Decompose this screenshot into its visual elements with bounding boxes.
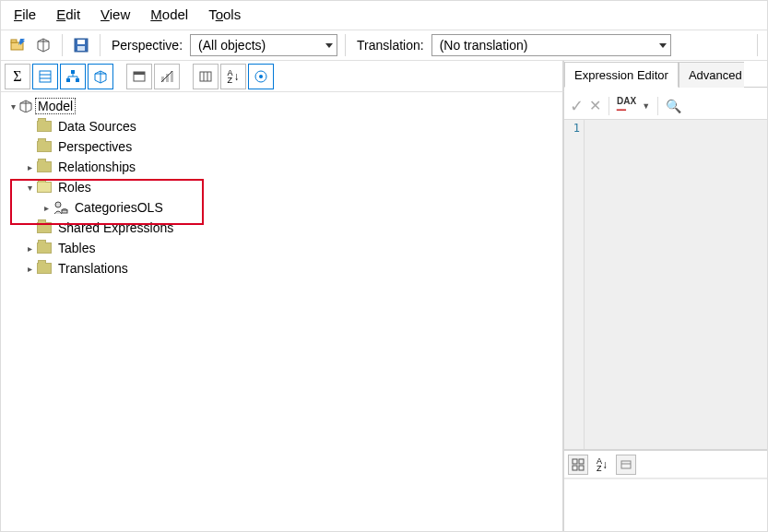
window-icon[interactable] bbox=[126, 64, 152, 89]
properties-toolbar: AZ↓ bbox=[564, 451, 767, 479]
menu-file[interactable]: File bbox=[14, 6, 36, 22]
expand-icon[interactable]: ▸ bbox=[40, 203, 53, 213]
tree-node-categories-ols[interactable]: ▸ CategoriesOLS bbox=[3, 197, 561, 218]
chevron-down-icon bbox=[325, 43, 333, 48]
expression-code-area[interactable]: 1 bbox=[564, 120, 767, 451]
svg-point-35 bbox=[55, 202, 61, 207]
tree-node-model[interactable]: ▾ Model bbox=[3, 96, 561, 116]
expression-toolbar: ✓ ✕ DAX━━ ▼ 🔍 bbox=[564, 92, 767, 120]
separator bbox=[345, 34, 346, 56]
chart-slash-icon[interactable] bbox=[154, 64, 180, 89]
perspective-value: (All objects) bbox=[198, 38, 266, 53]
svg-rect-6 bbox=[77, 40, 85, 44]
target-icon[interactable] bbox=[248, 64, 274, 89]
expand-icon[interactable]: ▸ bbox=[23, 264, 36, 274]
tree-pane: ▾ Model ▸ Data Sources ▸ Perspectives ▸ … bbox=[1, 92, 564, 532]
dax-formatter-icon[interactable]: DAX━━ bbox=[617, 97, 636, 114]
right-tabs: Expression Editor Advanced bbox=[564, 61, 767, 88]
svg-rect-42 bbox=[621, 461, 631, 468]
folder-icon bbox=[36, 261, 53, 276]
sigma-icon[interactable]: Σ bbox=[5, 64, 30, 89]
hierarchy-view-icon[interactable] bbox=[60, 64, 86, 89]
tree-node-roles[interactable]: ▾ Roles bbox=[3, 177, 561, 197]
property-pages-icon[interactable] bbox=[616, 455, 636, 475]
accept-icon[interactable]: ✓ bbox=[570, 96, 584, 116]
menu-edit[interactable]: Edit bbox=[56, 6, 80, 22]
tree-node-relationships[interactable]: ▸ Relationships bbox=[3, 157, 561, 177]
separator bbox=[608, 97, 609, 115]
right-header: Expression Editor Advanced bbox=[564, 61, 767, 92]
folder-icon bbox=[36, 160, 53, 174]
menu-bar: File Edit View Model Tools bbox=[1, 1, 767, 30]
svg-rect-11 bbox=[71, 70, 75, 74]
tree-label: Relationships bbox=[56, 160, 137, 174]
svg-rect-1 bbox=[11, 40, 17, 42]
translation-label: Translation: bbox=[353, 38, 428, 53]
tab-advanced[interactable]: Advanced bbox=[679, 62, 744, 88]
menu-view[interactable]: View bbox=[100, 6, 130, 22]
svg-rect-38 bbox=[573, 459, 577, 464]
perspective-label: Perspective: bbox=[108, 38, 186, 53]
tree-node-shared-expressions[interactable]: ▸ Shared Expressions bbox=[3, 218, 561, 238]
line-gutter: 1 bbox=[564, 120, 585, 449]
tree-label: Translations bbox=[56, 261, 130, 276]
alphabetical-sort-icon[interactable]: AZ↓ bbox=[592, 455, 612, 475]
tree-label: Tables bbox=[56, 241, 97, 255]
expand-icon[interactable]: ▸ bbox=[23, 243, 36, 254]
svg-rect-27 bbox=[200, 72, 211, 81]
tree-label: CategoriesOLS bbox=[73, 200, 165, 215]
tree-node-data-sources[interactable]: ▸ Data Sources bbox=[3, 116, 561, 136]
properties-pane: AZ↓ bbox=[564, 451, 767, 532]
tree-label: Perspectives bbox=[56, 139, 134, 154]
categorized-icon[interactable] bbox=[568, 455, 588, 475]
search-icon[interactable]: 🔍 bbox=[666, 99, 681, 113]
chevron-down-icon bbox=[659, 43, 667, 48]
svg-rect-41 bbox=[579, 466, 584, 470]
tree-label: Model bbox=[36, 99, 75, 113]
tab-expression-editor[interactable]: Expression Editor bbox=[564, 62, 679, 88]
properties-grid[interactable] bbox=[564, 479, 767, 532]
svg-rect-12 bbox=[66, 78, 70, 82]
svg-point-31 bbox=[259, 75, 263, 78]
folder-open-icon bbox=[36, 180, 53, 195]
svg-rect-22 bbox=[134, 72, 145, 75]
model-tree[interactable]: ▾ Model ▸ Data Sources ▸ Perspectives ▸ … bbox=[3, 96, 561, 278]
tree-label: Roles bbox=[56, 180, 93, 195]
folder-icon bbox=[36, 220, 53, 235]
open-folder-icon[interactable] bbox=[6, 34, 29, 56]
svg-rect-40 bbox=[573, 466, 577, 470]
cube-view-icon[interactable] bbox=[88, 64, 113, 89]
tree-label: Shared Expressions bbox=[56, 220, 175, 235]
separator bbox=[62, 34, 63, 56]
menu-tools[interactable]: Tools bbox=[208, 6, 241, 22]
columns-icon[interactable] bbox=[193, 64, 219, 89]
tree-node-tables[interactable]: ▸ Tables bbox=[3, 238, 561, 258]
folder-icon bbox=[36, 241, 53, 255]
svg-rect-13 bbox=[76, 78, 79, 82]
tree-node-translations[interactable]: ▸ Translations bbox=[3, 258, 561, 278]
svg-rect-7 bbox=[77, 46, 85, 51]
expand-icon[interactable]: ▾ bbox=[23, 183, 36, 193]
expression-code[interactable] bbox=[585, 120, 767, 449]
separator bbox=[100, 34, 100, 56]
perspective-combo[interactable]: (All objects) bbox=[190, 34, 337, 56]
save-icon[interactable] bbox=[70, 34, 92, 56]
main-toolbar: Perspective: (All objects) Translation: … bbox=[1, 30, 767, 61]
translation-combo[interactable]: (No translation) bbox=[431, 34, 671, 56]
right-pane: ✓ ✕ DAX━━ ▼ 🔍 1 AZ↓ bbox=[564, 92, 767, 532]
expand-icon[interactable]: ▾ bbox=[6, 101, 19, 112]
expand-icon[interactable]: ▸ bbox=[23, 162, 36, 172]
separator bbox=[757, 34, 758, 56]
menu-model[interactable]: Model bbox=[150, 6, 188, 22]
sort-az-icon[interactable]: AZ↓ bbox=[220, 64, 246, 89]
deploy-cube-icon[interactable] bbox=[32, 34, 54, 56]
main-columns: ▾ Model ▸ Data Sources ▸ Perspectives ▸ … bbox=[1, 92, 767, 532]
tree-label: Data Sources bbox=[56, 119, 138, 134]
folder-icon bbox=[36, 119, 53, 134]
cancel-icon[interactable]: ✕ bbox=[589, 97, 601, 114]
list-view-icon[interactable] bbox=[32, 64, 58, 89]
svg-rect-8 bbox=[40, 71, 51, 82]
chevron-down-icon[interactable]: ▼ bbox=[642, 101, 650, 111]
cube-icon bbox=[19, 100, 32, 112]
tree-node-perspectives[interactable]: ▸ Perspectives bbox=[3, 136, 561, 157]
